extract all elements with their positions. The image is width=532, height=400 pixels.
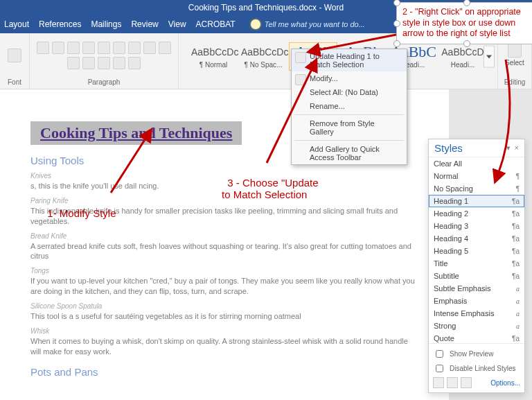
menu-rename[interactable]: Rename... — [292, 99, 407, 113]
menu-separator — [294, 140, 404, 141]
select-button[interactable]: Select — [505, 59, 524, 67]
style-inspector-icon[interactable] — [447, 377, 458, 388]
new-style-icon[interactable] — [433, 377, 444, 388]
style-name: Clear All — [434, 159, 462, 168]
ribbon-group-label: Editing — [498, 77, 531, 87]
doc-h3-bread[interactable]: Bread Knife — [30, 232, 418, 240]
style-type-glyph: ¶a — [512, 335, 520, 342]
menu-label: Update Heading 1 to Match Selection — [310, 52, 380, 69]
menu-add-to-qat[interactable]: Add Gallery to Quick Access Toolbar — [292, 142, 407, 164]
styles-pane-row[interactable]: Heading 5¶a — [429, 245, 524, 257]
ribbon-group-label: Paragraph — [30, 77, 178, 87]
shading-icon[interactable] — [113, 57, 125, 69]
styles-pane-dropdown-icon[interactable]: ▾ — [506, 144, 511, 153]
style-context-menu: Update Heading 1 to Match Selection Modi… — [291, 49, 407, 165]
styles-pane-row[interactable]: Heading 3¶a — [429, 220, 524, 232]
styles-pane-row[interactable]: Subtle Emphasisa — [429, 282, 524, 295]
checkbox-input[interactable] — [436, 350, 443, 358]
modify-icon — [295, 74, 306, 85]
doc-h3-spatula[interactable]: Silicone Spoon Spatula — [30, 302, 418, 310]
styles-pane-row[interactable]: Clear All — [429, 157, 524, 170]
style-sample-text: AaBbCcD — [441, 44, 485, 60]
styles-pane-row[interactable]: Quote¶a — [429, 332, 524, 343]
style-type-glyph: ¶a — [512, 198, 520, 205]
doc-h3-tongs[interactable]: Tongs — [30, 267, 418, 275]
bulb-icon — [251, 19, 260, 29]
borders-icon[interactable] — [128, 57, 141, 69]
tab-view[interactable]: View — [168, 19, 186, 29]
doc-body-text[interactable]: If you want to up-level your kitchen "cr… — [30, 276, 418, 297]
styles-pane-row[interactable]: Heading 1¶a — [429, 195, 524, 207]
line-spacing-icon[interactable] — [98, 57, 110, 69]
doc-body-text[interactable]: This indispensable knife is handy for sm… — [30, 206, 418, 227]
doc-body-text[interactable]: When it comes to buying a whisk, don't s… — [30, 336, 418, 357]
doc-body-text[interactable]: A serrated bread knife cuts soft, fresh … — [30, 241, 418, 262]
styles-pane-row[interactable]: Normal¶ — [429, 170, 524, 182]
bullets-icon[interactable] — [37, 42, 49, 54]
chevron-down-icon — [486, 55, 492, 58]
style-name: No Spacing — [434, 184, 473, 193]
styles-pane-row[interactable]: Title¶a — [429, 257, 524, 270]
style-swatch-name: Headi... — [441, 61, 485, 69]
doc-body-text[interactable]: s, this is the knife you'll use dail nci… — [30, 181, 418, 191]
numbering-icon[interactable] — [52, 42, 64, 54]
style-name: Normal — [434, 172, 458, 180]
styles-pane-row[interactable]: Heading 4¶a — [429, 232, 524, 245]
show-preview-checkbox[interactable]: Show Preview — [433, 348, 520, 360]
style-type-glyph: ¶a — [512, 235, 520, 243]
checkbox-input[interactable] — [436, 365, 443, 372]
style-type-glyph: ¶ — [516, 173, 520, 180]
tab-acrobat[interactable]: ACROBAT — [196, 19, 236, 29]
menu-remove-from-gallery[interactable]: Remove from Style Gallery — [292, 116, 407, 139]
tell-me-search[interactable]: Tell me what you want to do... — [251, 19, 365, 29]
styles-pane-row[interactable]: Intense Emphasisa — [429, 307, 524, 320]
doc-h2-pots[interactable]: Pots and Pans — [30, 366, 418, 378]
styles-pane-row[interactable]: No Spacing¶ — [429, 182, 524, 195]
tab-layout[interactable]: Layout — [4, 19, 29, 29]
doc-h3-paring[interactable]: Paring Knife — [30, 197, 418, 205]
styles-pane-row[interactable]: Subtitle¶a — [429, 270, 524, 282]
align-center-icon[interactable] — [159, 42, 171, 54]
tab-references[interactable]: References — [39, 19, 81, 29]
menu-update-to-match[interactable]: Update Heading 1 to Match Selection — [292, 49, 407, 71]
styles-pane-row[interactable]: Stronga — [429, 320, 524, 332]
menu-label: Add Gallery to Quick Access Toolbar — [310, 145, 380, 162]
tab-mailings[interactable]: Mailings — [91, 19, 121, 29]
style-name: Emphasis — [434, 297, 467, 305]
menu-label: Select All: (No Data) — [310, 88, 378, 96]
style-swatch[interactable]: AaBbCcDc¶ Normal — [189, 42, 238, 71]
font-tool-icon[interactable] — [8, 49, 21, 62]
doc-h3-whisk[interactable]: Whisk — [30, 327, 418, 335]
styles-task-pane: Styles ▾ × Clear AllNormal¶No Spacing¶He… — [428, 139, 525, 393]
indent-inc-icon[interactable] — [98, 42, 110, 54]
indent-dec-icon[interactable] — [82, 42, 95, 54]
style-name: Strong — [434, 322, 456, 330]
style-type-glyph: ¶a — [512, 272, 520, 280]
doc-body-text[interactable]: This tool is a s useful for sautéing veg… — [30, 311, 418, 322]
multilevel-icon[interactable] — [67, 42, 80, 54]
menu-select-all[interactable]: Select All: (No Data) — [292, 85, 407, 99]
style-type-glyph: a — [516, 297, 520, 305]
style-name: Heading 5 — [434, 247, 468, 255]
styles-pane-close-icon[interactable]: × — [515, 144, 519, 153]
align-justify-icon[interactable] — [82, 57, 95, 69]
find-icon[interactable] — [508, 44, 522, 58]
styles-pane-row[interactable]: Emphasisa — [429, 295, 524, 307]
style-type-glyph: ¶a — [512, 247, 520, 255]
menu-modify[interactable]: Modify... — [292, 71, 407, 85]
manage-styles-icon[interactable] — [461, 377, 472, 388]
sort-icon[interactable] — [113, 42, 125, 54]
align-right-icon[interactable] — [67, 57, 80, 69]
show-marks-icon[interactable] — [128, 42, 141, 54]
disable-linked-checkbox[interactable]: Disable Linked Styles — [433, 363, 520, 374]
styles-options-link[interactable]: Options... — [490, 379, 520, 387]
styles-gallery-more-button[interactable] — [484, 46, 495, 68]
doc-h3-knives[interactable]: Knives — [30, 172, 418, 180]
style-swatch[interactable]: AaBbCcDHeadi... — [438, 42, 487, 71]
tab-review[interactable]: Review — [131, 19, 158, 29]
doc-title-heading[interactable]: Cooking Tips and Techniques — [30, 121, 242, 145]
style-swatch-name: ¶ Normal — [191, 61, 236, 69]
align-left-icon[interactable] — [143, 42, 156, 54]
style-swatch[interactable]: AaBbCcDc¶ No Spac... — [239, 42, 287, 71]
styles-pane-row[interactable]: Heading 2¶a — [429, 207, 524, 220]
